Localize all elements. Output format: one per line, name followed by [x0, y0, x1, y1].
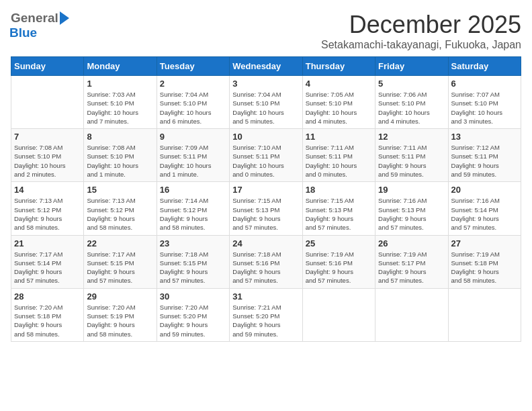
cell-day-number: 20: [451, 185, 518, 195]
calendar-cell: 9Sunrise: 7:09 AM Sunset: 5:11 PM Daylig…: [157, 129, 229, 182]
cell-day-number: 30: [160, 291, 226, 302]
calendar-cell: 25Sunrise: 7:19 AM Sunset: 5:16 PM Dayli…: [302, 235, 375, 288]
calendar-cell: [11, 76, 84, 129]
cell-day-number: 29: [87, 291, 153, 302]
calendar-cell: 30Sunrise: 7:20 AM Sunset: 5:20 PM Dayli…: [157, 288, 229, 341]
cell-info: Sunrise: 7:12 AM Sunset: 5:11 PM Dayligh…: [451, 143, 518, 179]
weekday-header-row: SundayMondayTuesdayWednesdayThursdayFrid…: [11, 57, 521, 76]
cell-info: Sunrise: 7:15 AM Sunset: 5:13 PM Dayligh…: [306, 196, 372, 232]
cell-info: Sunrise: 7:13 AM Sunset: 5:12 PM Dayligh…: [87, 196, 153, 232]
cell-day-number: 24: [232, 238, 299, 248]
cell-info: Sunrise: 7:08 AM Sunset: 5:10 PM Dayligh…: [87, 143, 153, 179]
cell-info: Sunrise: 7:20 AM Sunset: 5:19 PM Dayligh…: [87, 303, 153, 338]
month-title: December 2025: [321, 11, 521, 39]
calendar-cell: 17Sunrise: 7:15 AM Sunset: 5:13 PM Dayli…: [230, 182, 302, 235]
calendar-cell: [448, 288, 521, 341]
calendar-cell: 22Sunrise: 7:17 AM Sunset: 5:15 PM Dayli…: [84, 235, 157, 288]
cell-day-number: 5: [378, 79, 445, 89]
cell-day-number: 9: [160, 132, 226, 142]
cell-day-number: 1: [87, 79, 153, 89]
cell-info: Sunrise: 7:16 AM Sunset: 5:13 PM Dayligh…: [378, 196, 445, 232]
cell-day-number: 2: [160, 79, 226, 89]
cell-day-number: 28: [14, 291, 81, 302]
cell-info: Sunrise: 7:03 AM Sunset: 5:10 PM Dayligh…: [87, 90, 153, 126]
logo-arrow-icon: [60, 11, 69, 25]
cell-day-number: 6: [451, 79, 518, 89]
cell-info: Sunrise: 7:19 AM Sunset: 5:18 PM Dayligh…: [451, 250, 518, 285]
cell-info: Sunrise: 7:14 AM Sunset: 5:12 PM Dayligh…: [160, 196, 226, 232]
cell-day-number: 19: [378, 185, 445, 195]
calendar-cell: 20Sunrise: 7:16 AM Sunset: 5:14 PM Dayli…: [448, 182, 521, 235]
cell-info: Sunrise: 7:21 AM Sunset: 5:20 PM Dayligh…: [232, 303, 299, 338]
cell-info: Sunrise: 7:13 AM Sunset: 5:12 PM Dayligh…: [14, 196, 81, 232]
cell-info: Sunrise: 7:09 AM Sunset: 5:11 PM Dayligh…: [160, 143, 226, 179]
cell-info: Sunrise: 7:11 AM Sunset: 5:11 PM Dayligh…: [306, 143, 372, 179]
cell-info: Sunrise: 7:06 AM Sunset: 5:10 PM Dayligh…: [378, 90, 445, 126]
location-subtitle: Setakamachi-takayanagi, Fukuoka, Japan: [321, 39, 521, 51]
calendar-cell: 29Sunrise: 7:20 AM Sunset: 5:19 PM Dayli…: [84, 288, 157, 341]
cell-info: Sunrise: 7:05 AM Sunset: 5:10 PM Dayligh…: [306, 90, 372, 126]
cell-info: Sunrise: 7:19 AM Sunset: 5:16 PM Dayligh…: [306, 250, 372, 285]
cell-day-number: 21: [14, 238, 81, 248]
cell-info: Sunrise: 7:15 AM Sunset: 5:13 PM Dayligh…: [232, 196, 299, 232]
logo: General Blue: [11, 11, 69, 40]
calendar-table: SundayMondayTuesdayWednesdayThursdayFrid…: [11, 56, 521, 342]
calendar-week-row: 7Sunrise: 7:08 AM Sunset: 5:10 PM Daylig…: [11, 129, 521, 182]
cell-info: Sunrise: 7:20 AM Sunset: 5:20 PM Dayligh…: [160, 303, 226, 338]
weekday-header-thursday: Thursday: [302, 57, 375, 76]
cell-day-number: 13: [451, 132, 518, 142]
cell-info: Sunrise: 7:17 AM Sunset: 5:14 PM Dayligh…: [14, 250, 81, 285]
calendar-cell: 1Sunrise: 7:03 AM Sunset: 5:10 PM Daylig…: [84, 76, 157, 129]
cell-day-number: 17: [232, 185, 299, 195]
weekday-header-saturday: Saturday: [448, 57, 521, 76]
calendar-week-row: 21Sunrise: 7:17 AM Sunset: 5:14 PM Dayli…: [11, 235, 521, 288]
weekday-header-friday: Friday: [375, 57, 448, 76]
weekday-header-tuesday: Tuesday: [157, 57, 229, 76]
weekday-header-monday: Monday: [84, 57, 157, 76]
calendar-cell: 3Sunrise: 7:04 AM Sunset: 5:10 PM Daylig…: [230, 76, 302, 129]
calendar-cell: 21Sunrise: 7:17 AM Sunset: 5:14 PM Dayli…: [11, 235, 84, 288]
cell-day-number: 25: [306, 238, 372, 248]
cell-day-number: 27: [451, 238, 518, 248]
cell-day-number: 22: [87, 238, 153, 248]
cell-day-number: 15: [87, 185, 153, 195]
calendar-cell: 31Sunrise: 7:21 AM Sunset: 5:20 PM Dayli…: [230, 288, 302, 341]
calendar-cell: 27Sunrise: 7:19 AM Sunset: 5:18 PM Dayli…: [448, 235, 521, 288]
cell-info: Sunrise: 7:17 AM Sunset: 5:15 PM Dayligh…: [87, 250, 153, 285]
page-header: General Blue December 2025 Setakamachi-t…: [11, 11, 521, 51]
calendar-cell: 4Sunrise: 7:05 AM Sunset: 5:10 PM Daylig…: [302, 76, 375, 129]
calendar-cell: 11Sunrise: 7:11 AM Sunset: 5:11 PM Dayli…: [302, 129, 375, 182]
calendar-cell: 6Sunrise: 7:07 AM Sunset: 5:10 PM Daylig…: [448, 76, 521, 129]
cell-day-number: 14: [14, 185, 81, 195]
weekday-header-wednesday: Wednesday: [230, 57, 302, 76]
calendar-cell: 8Sunrise: 7:08 AM Sunset: 5:10 PM Daylig…: [84, 129, 157, 182]
cell-day-number: 7: [14, 132, 81, 142]
calendar-cell: 13Sunrise: 7:12 AM Sunset: 5:11 PM Dayli…: [448, 129, 521, 182]
calendar-cell: 24Sunrise: 7:18 AM Sunset: 5:16 PM Dayli…: [230, 235, 302, 288]
cell-info: Sunrise: 7:16 AM Sunset: 5:14 PM Dayligh…: [451, 196, 518, 232]
cell-day-number: 26: [378, 238, 445, 248]
calendar-cell: [375, 288, 448, 341]
cell-info: Sunrise: 7:19 AM Sunset: 5:17 PM Dayligh…: [378, 250, 445, 285]
logo-blue-text: Blue: [9, 26, 37, 40]
cell-info: Sunrise: 7:18 AM Sunset: 5:15 PM Dayligh…: [160, 250, 226, 285]
calendar-cell: 18Sunrise: 7:15 AM Sunset: 5:13 PM Dayli…: [302, 182, 375, 235]
calendar-cell: 12Sunrise: 7:11 AM Sunset: 5:11 PM Dayli…: [375, 129, 448, 182]
calendar-cell: 23Sunrise: 7:18 AM Sunset: 5:15 PM Dayli…: [157, 235, 229, 288]
calendar-cell: 14Sunrise: 7:13 AM Sunset: 5:12 PM Dayli…: [11, 182, 84, 235]
cell-info: Sunrise: 7:20 AM Sunset: 5:18 PM Dayligh…: [14, 303, 81, 338]
cell-info: Sunrise: 7:04 AM Sunset: 5:10 PM Dayligh…: [232, 90, 299, 126]
weekday-header-sunday: Sunday: [11, 57, 84, 76]
calendar-cell: 7Sunrise: 7:08 AM Sunset: 5:10 PM Daylig…: [11, 129, 84, 182]
cell-day-number: 8: [87, 132, 153, 142]
cell-info: Sunrise: 7:10 AM Sunset: 5:11 PM Dayligh…: [232, 143, 299, 179]
cell-info: Sunrise: 7:07 AM Sunset: 5:10 PM Dayligh…: [451, 90, 518, 126]
cell-day-number: 23: [160, 238, 226, 248]
calendar-week-row: 1Sunrise: 7:03 AM Sunset: 5:10 PM Daylig…: [11, 76, 521, 129]
cell-day-number: 3: [232, 79, 299, 89]
title-area: December 2025 Setakamachi-takayanagi, Fu…: [321, 11, 521, 51]
calendar-cell: 2Sunrise: 7:04 AM Sunset: 5:10 PM Daylig…: [157, 76, 229, 129]
cell-day-number: 12: [378, 132, 445, 142]
calendar-cell: 5Sunrise: 7:06 AM Sunset: 5:10 PM Daylig…: [375, 76, 448, 129]
logo-general-text: General: [11, 11, 58, 26]
